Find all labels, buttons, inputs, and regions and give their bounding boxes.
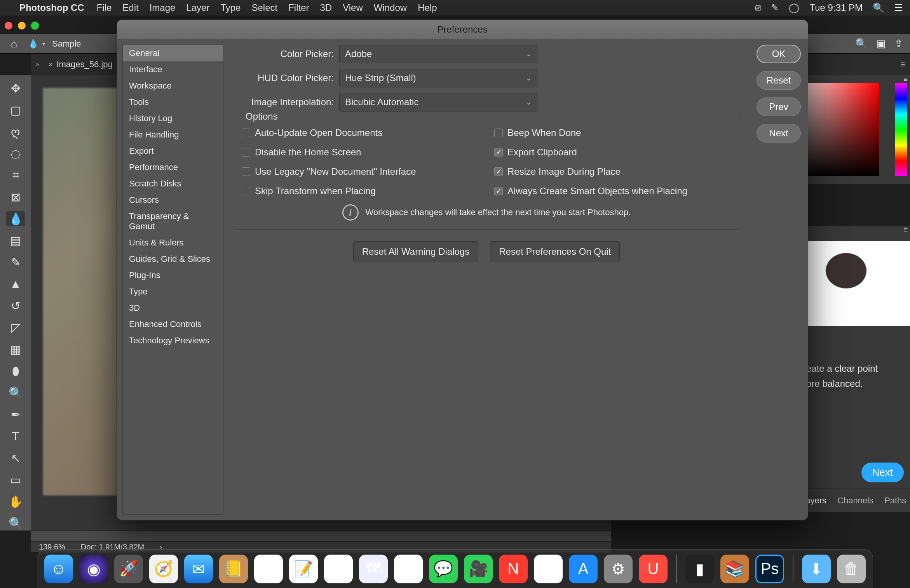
dock-downloads[interactable]: ⬇ <box>802 555 831 583</box>
dock-photos[interactable]: ✿ <box>394 555 423 583</box>
frame-tool[interactable]: ⊠ <box>6 190 25 204</box>
current-tool-preset[interactable]: 💧 ▾ <box>28 39 45 49</box>
spotlight-icon[interactable]: 🔍 <box>873 2 884 13</box>
home-button[interactable]: ⌂ <box>7 37 21 51</box>
next-button[interactable]: Next <box>757 124 801 143</box>
pen-sync-icon[interactable]: ✎ <box>771 2 779 13</box>
zoom-tool[interactable]: 🔍 <box>6 516 25 531</box>
learn-next-button[interactable]: Next <box>861 463 904 482</box>
checkbox-disable-the-home-screen[interactable]: Disable the Home Screen <box>242 147 479 158</box>
pref-cat-tech-preview[interactable]: Technology Previews <box>123 332 223 349</box>
checkbox-indicator[interactable] <box>242 148 250 157</box>
checkbox-indicator[interactable] <box>242 129 250 137</box>
menu-file[interactable]: File <box>97 2 112 13</box>
checkbox-indicator[interactable] <box>242 187 250 195</box>
checkbox-always-create-smart-objects-when-placing[interactable]: Always Create Smart Objects when Placing <box>494 186 731 197</box>
brush-tool[interactable]: ✎ <box>6 255 25 270</box>
checkbox-resize-image-during-place[interactable]: Resize Image During Place <box>494 166 731 177</box>
dock-appstore[interactable]: A <box>569 555 598 583</box>
path-select-tool[interactable]: ↖ <box>6 451 25 465</box>
share-icon[interactable]: ⇪ <box>894 38 903 50</box>
checkbox-indicator[interactable] <box>242 167 250 176</box>
dock-photoshop[interactable]: Ps <box>755 555 784 583</box>
dock-maps[interactable]: 🗺 <box>359 555 388 583</box>
panel-menu-icon[interactable]: ≡ <box>903 226 908 234</box>
document-tab[interactable]: × Images_56.jpg <box>43 57 118 72</box>
quick-select-tool[interactable]: ◌ <box>6 146 25 161</box>
dock-siri[interactable]: ◉ <box>79 555 108 583</box>
dock-calendar[interactable]: 30 <box>254 555 283 583</box>
pref-cat-guides-grid[interactable]: Guides, Grid & Slices <box>123 251 223 267</box>
menu-select[interactable]: Select <box>251 2 277 13</box>
dock-terminal[interactable]: ▮ <box>685 555 714 583</box>
horizontal-scrollbar[interactable] <box>31 531 611 541</box>
close-button[interactable] <box>5 22 12 30</box>
pref-cat-enhanced[interactable]: Enhanced Controls <box>123 316 223 332</box>
cc-icon[interactable]: ◯ <box>789 2 799 13</box>
airplay-icon[interactable]: ⎚ <box>755 2 761 13</box>
panel-menu-icon[interactable]: ≡ <box>903 75 908 84</box>
pref-cat-export[interactable]: Export <box>123 143 223 159</box>
pref-cat-tools[interactable]: Tools <box>123 94 223 110</box>
hud-picker-select[interactable]: Hue Strip (Small) ⌄ <box>339 69 537 87</box>
dock-safari[interactable]: 🧭 <box>149 555 178 583</box>
checkbox-indicator[interactable] <box>494 167 503 176</box>
hue-slider[interactable] <box>895 83 907 176</box>
eraser-tool[interactable]: ◸ <box>6 320 25 335</box>
interp-select[interactable]: Bicubic Automatic ⌄ <box>339 93 537 111</box>
dock-finder[interactable]: ☺ <box>44 555 73 583</box>
checkbox-indicator[interactable] <box>494 129 503 137</box>
close-tab-icon[interactable]: × <box>49 61 53 69</box>
pref-cat-3d[interactable]: 3D <box>123 300 223 316</box>
menu-help[interactable]: Help <box>418 2 437 13</box>
prev-button[interactable]: Prev <box>757 97 801 116</box>
checkbox-auto-update-open-documents[interactable]: Auto-Update Open Documents <box>242 127 479 138</box>
checkbox-beep-when-done[interactable]: Beep When Done <box>494 127 731 138</box>
search-icon[interactable]: 🔍 <box>855 38 868 50</box>
checkbox-export-clipboard[interactable]: Export Clipboard <box>494 147 731 158</box>
dock-contacts[interactable]: 📒 <box>219 555 248 583</box>
checkbox-skip-transform-when-placing[interactable]: Skip Transform when Placing <box>242 186 479 197</box>
pref-cat-units-rulers[interactable]: Units & Rulers <box>123 235 223 251</box>
hand-tool[interactable]: ✋ <box>6 494 25 509</box>
shape-tool[interactable]: ▭ <box>6 472 25 487</box>
fullscreen-button[interactable] <box>31 22 39 30</box>
dock-trash[interactable]: 🗑 <box>837 555 866 583</box>
pref-cat-interface[interactable]: Interface <box>123 61 223 78</box>
ok-button[interactable]: OK <box>757 45 801 63</box>
dock-notes[interactable]: 📝 <box>289 555 318 583</box>
color-picker-select[interactable]: Adobe ⌄ <box>339 45 537 63</box>
pref-cat-plugins[interactable]: Plug-Ins <box>123 267 223 284</box>
eyedropper-tool[interactable]: 💧 <box>6 211 25 226</box>
menu-edit[interactable]: Edit <box>122 2 138 13</box>
menu-3d[interactable]: 3D <box>320 2 332 13</box>
checkbox-indicator[interactable] <box>494 187 503 195</box>
dock-reminders[interactable]: ☑ <box>324 555 353 583</box>
tab-channels[interactable]: Channels <box>837 496 873 506</box>
menu-type[interactable]: Type <box>220 2 241 13</box>
menu-filter[interactable]: Filter <box>288 2 309 13</box>
pref-cat-file-handling[interactable]: File Handling <box>123 127 223 143</box>
blur-tool[interactable]: ⬮ <box>6 364 25 378</box>
move-tool[interactable]: ✥ <box>6 81 25 96</box>
dock-mail[interactable]: ✉ <box>184 555 213 583</box>
pref-cat-scratch-disks[interactable]: Scratch Disks <box>123 176 223 192</box>
pref-cat-performance[interactable]: Performance <box>123 159 223 176</box>
pref-cat-transparency[interactable]: Transparency & Gamut <box>123 208 223 235</box>
history-brush-tool[interactable]: ↺ <box>6 298 25 313</box>
pref-cat-cursors[interactable]: Cursors <box>123 192 223 208</box>
reset-warnings-button[interactable]: Reset All Warning Dialogs <box>353 241 479 262</box>
dock-launchpad[interactable]: 🚀 <box>114 555 143 583</box>
checkbox-use-legacy-new-document-interface[interactable]: Use Legacy "New Document" Interface <box>242 166 479 177</box>
dock-settings[interactable]: ⚙ <box>604 555 633 583</box>
checkbox-indicator[interactable] <box>494 148 503 157</box>
dock-books[interactable]: 📚 <box>720 555 749 583</box>
dock-itunes[interactable]: ♪ <box>534 555 563 583</box>
type-tool[interactable]: T <box>6 429 25 444</box>
pref-cat-history-log[interactable]: History Log <box>123 110 223 127</box>
pref-cat-general[interactable]: General <box>123 45 223 61</box>
crop-tool[interactable]: ⌗ <box>6 168 25 183</box>
reset-button[interactable]: Reset <box>757 71 801 90</box>
pen-tool[interactable]: ✒ <box>6 407 25 422</box>
color-panel[interactable]: ≡ <box>793 75 910 184</box>
